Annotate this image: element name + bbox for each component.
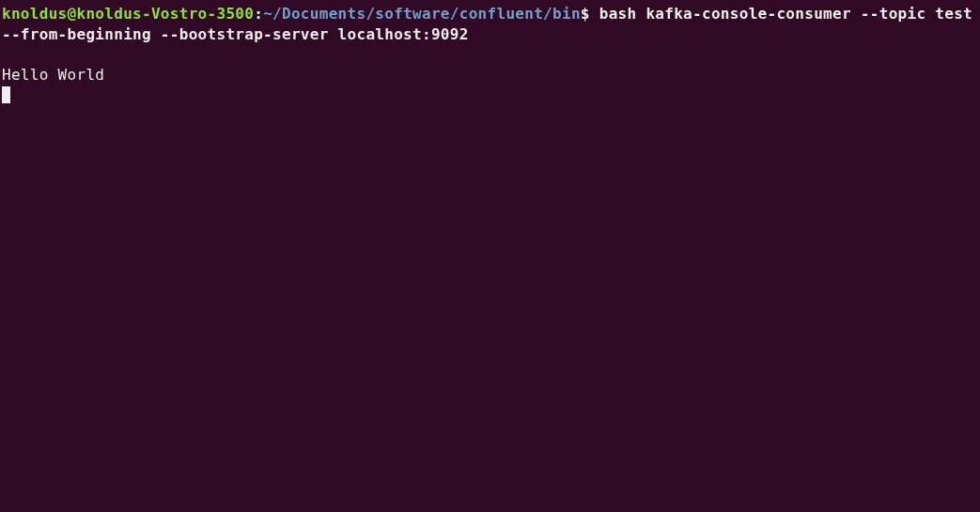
prompt-path: ~/Documents/software/confluent/bin [263,5,581,23]
prompt-user-host: knoldus@knoldus-Vostro-3500 [2,5,254,23]
prompt-dollar: $ [581,5,590,23]
prompt-colon: : [254,5,263,23]
blank-line [2,44,978,65]
output-line: Hello World [2,65,978,85]
cursor-icon [2,86,10,103]
terminal-window[interactable]: knoldus@knoldus-Vostro-3500:~/Documents/… [2,4,978,105]
